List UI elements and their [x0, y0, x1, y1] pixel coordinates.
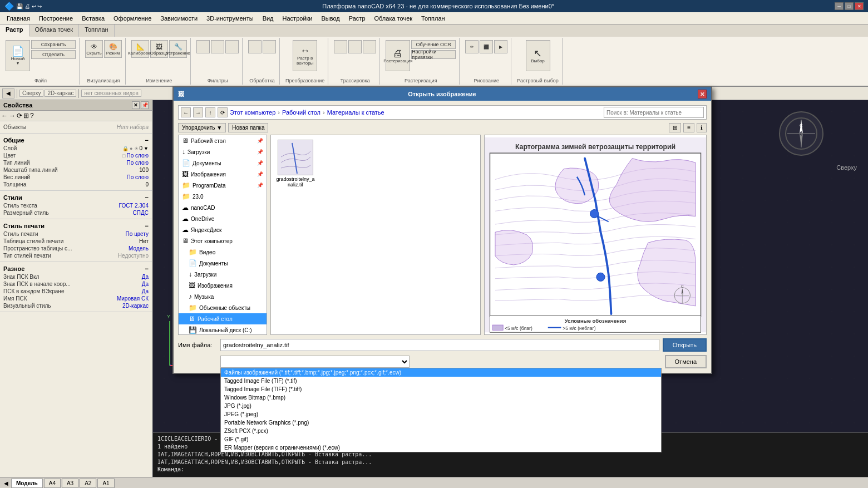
- path-segment-folder[interactable]: Материалы к статье: [327, 109, 384, 116]
- props-misc-collapse[interactable]: −: [145, 265, 149, 272]
- tree-item-onedrive[interactable]: ☁OneDrive: [179, 213, 267, 224]
- path-search-input[interactable]: [604, 107, 704, 118]
- btn-open[interactable]: Открыть: [663, 338, 707, 352]
- btn-cancel[interactable]: Отмена: [665, 355, 707, 368]
- props-tool1[interactable]: ←: [1, 112, 8, 120]
- filetype-opt-pcx[interactable]: ZSoft PCX (*.pcx): [221, 427, 661, 435]
- panel-btn-close[interactable]: ✕: [132, 101, 140, 109]
- menu-oblaka[interactable]: Облака точек: [370, 14, 417, 23]
- quick-access[interactable]: 💾 🖨 ↩ ↪: [16, 3, 42, 9]
- filetype-select[interactable]: [220, 356, 410, 368]
- btn-new[interactable]: 📄 Новый ▼: [6, 40, 30, 71]
- file-tree[interactable]: 🖥Рабочий стол📌 ↓Загрузки📌 📄Документы📌 🖼И…: [178, 135, 267, 335]
- btn-hide[interactable]: 👁 Скрыть: [85, 40, 103, 58]
- tree-item-drive-c[interactable]: 💾Локальный диск (C:): [179, 324, 267, 335]
- path-forward-btn[interactable]: →: [193, 107, 203, 117]
- btn-new-folder[interactable]: Новая папка: [228, 123, 268, 132]
- filetype-opt-tiff[interactable]: Tagged Image File (TIFF) (*.tiff): [221, 385, 661, 393]
- props-tool5[interactable]: ?: [30, 112, 34, 120]
- btn-proc2[interactable]: [263, 40, 276, 53]
- filetype-opt-all[interactable]: Файлы изображений (*.tif;*.tiff;*.bmp;*.…: [221, 368, 661, 377]
- filename-input[interactable]: [220, 339, 659, 351]
- filetype-opt-bmp[interactable]: Windows Bitmap (*.bmp): [221, 393, 661, 402]
- panel-btn-pin[interactable]: 📌: [141, 101, 149, 109]
- props-scroll[interactable]: Объекты Нет набора Общие − Слой 🔒 ●: [0, 121, 152, 477]
- tree-item-images2[interactable]: 🖼Изображения: [179, 280, 267, 291]
- btn-fix[interactable]: 🔧 Устранение: [169, 40, 187, 58]
- tree-item-downloads1[interactable]: ↓Загрузки📌: [179, 146, 267, 157]
- menu-postroenie[interactable]: Построение: [34, 14, 77, 23]
- dialog-close-btn[interactable]: ✕: [698, 90, 707, 98]
- ribbon-tab-topplan[interactable]: Топплан: [79, 24, 115, 37]
- layout-tab-a3[interactable]: A3: [62, 479, 78, 488]
- btn-detach[interactable]: Отделить: [31, 50, 76, 59]
- props-tool2[interactable]: →: [9, 112, 16, 120]
- ribbon-tab-rastr[interactable]: Растр: [0, 24, 29, 37]
- menu-vstavka[interactable]: Вставка: [77, 14, 109, 23]
- menu-3d[interactable]: 3D-инструменты: [202, 14, 258, 23]
- tree-item-computer[interactable]: 🖥Этот компьютер: [179, 235, 267, 247]
- tree-item-docs1[interactable]: 📄Документы📌: [179, 157, 267, 169]
- toolbar-label-wireframe[interactable]: 2D-каркас: [45, 90, 76, 97]
- btn-filter1[interactable]: [196, 40, 210, 53]
- menu-vyvod[interactable]: Вывод: [317, 14, 344, 23]
- filetype-opt-jpg[interactable]: JPG (*.jpg): [221, 402, 661, 410]
- btn-draw3[interactable]: ▶: [494, 40, 507, 53]
- menu-zavisimosti[interactable]: Зависимости: [156, 14, 202, 23]
- btn-draw2[interactable]: ⬛: [480, 40, 493, 53]
- btn-trace3[interactable]: [363, 40, 376, 53]
- ribbon-tab-oblaka[interactable]: Облака точек: [29, 24, 80, 37]
- tree-item-downloads2[interactable]: ↓Загрузки: [179, 269, 267, 280]
- btn-visual-mode[interactable]: 🎨 Режим: [104, 40, 122, 58]
- path-segment-computer[interactable]: Этот компьютер: [230, 109, 275, 116]
- tree-item-music[interactable]: ♪Музыка: [179, 291, 267, 302]
- layout-tab-a2[interactable]: A2: [80, 479, 96, 488]
- props-tool3[interactable]: ⟳: [17, 112, 22, 120]
- path-up-btn[interactable]: ↑: [205, 107, 215, 117]
- menu-oformlenie[interactable]: Оформление: [109, 14, 156, 23]
- file-item-tif[interactable]: gradostroitelny_analiz.tif: [273, 137, 318, 190]
- btn-sample[interactable]: 🖼 Образца: [150, 40, 168, 58]
- btn-calibrate[interactable]: 📐 Калибровка: [131, 40, 149, 58]
- btn-filter3[interactable]: [225, 40, 239, 53]
- console-input[interactable]: [186, 466, 864, 472]
- open-image-dialog[interactable]: 🖼 Открыть изображение ✕ ← → ↑ ⟳ Этот ком…: [172, 86, 712, 374]
- tree-item-images1[interactable]: 🖼Изображения📌: [179, 169, 267, 180]
- layout-tab-model[interactable]: Модель: [11, 479, 43, 488]
- btn-trace1[interactable]: [334, 40, 347, 53]
- tree-item-yandex[interactable]: ☁ЯндексДиск: [179, 224, 267, 235]
- btn-raster-vector[interactable]: ↔ Растр в векторы: [293, 40, 317, 71]
- path-segment-desktop[interactable]: Рабочий стол: [282, 109, 320, 116]
- path-refresh-btn[interactable]: ⟳: [218, 107, 228, 117]
- btn-sort[interactable]: Упорядочить ▼: [178, 123, 226, 132]
- menu-nastroyki[interactable]: Настройки: [278, 14, 317, 23]
- file-content[interactable]: gradostroitelny_analiz.tif: [270, 135, 481, 335]
- layout-prev[interactable]: ◀: [2, 480, 10, 486]
- btn-filter2[interactable]: [211, 40, 224, 53]
- btn-select[interactable]: ↖ Выбор: [526, 40, 550, 71]
- filetype-opt-png[interactable]: Portable Network Graphics (*.png): [221, 418, 661, 427]
- restore-btn[interactable]: □: [845, 2, 854, 10]
- tree-item-video[interactable]: 📁Видео: [179, 247, 267, 258]
- btn-ocr[interactable]: Обучение OCR: [411, 40, 456, 49]
- btn-view-info[interactable]: ℹ: [697, 123, 707, 132]
- path-back-btn[interactable]: ←: [181, 107, 191, 117]
- filetype-opt-ecw[interactable]: ER Mapper (версия с ограничениями) (*.ec…: [221, 443, 661, 452]
- tree-item-docs2[interactable]: 📄Документы: [179, 258, 267, 269]
- filetype-opt-jpeg[interactable]: JPEG (*.jpeg): [221, 410, 661, 418]
- btn-view-icons[interactable]: ⊞: [669, 123, 681, 132]
- menu-vid[interactable]: Вид: [258, 14, 278, 23]
- tree-item-desktop-selected[interactable]: 🖥Рабочий стол: [179, 313, 267, 324]
- layout-tab-a1[interactable]: A1: [97, 479, 114, 488]
- close-btn[interactable]: ✕: [855, 2, 864, 10]
- props-tool4[interactable]: ⊞: [23, 112, 29, 120]
- btn-trace2[interactable]: [348, 40, 362, 53]
- btn-rasterize[interactable]: 🖨 Растеризация: [386, 40, 410, 71]
- tree-item-desktop1[interactable]: 🖥Рабочий стол📌: [179, 135, 267, 146]
- btn-view-details[interactable]: ≡: [683, 123, 694, 132]
- tree-item-230[interactable]: 📁23.0: [179, 191, 267, 202]
- tree-item-progdata[interactable]: 📁ProgramData📌: [179, 180, 267, 191]
- minimize-btn[interactable]: ─: [835, 2, 844, 10]
- btn-proc1[interactable]: [248, 40, 262, 53]
- menu-topplan[interactable]: Топплан: [417, 14, 450, 23]
